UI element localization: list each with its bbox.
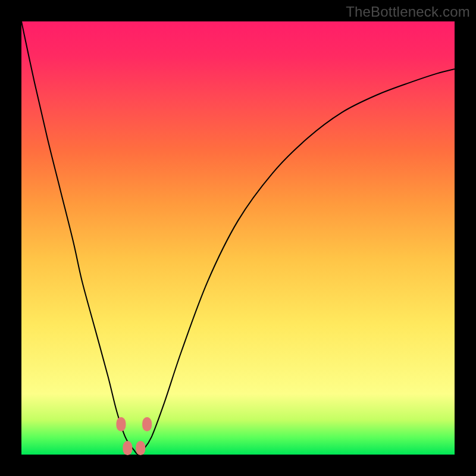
bottleneck-plot [21,21,455,455]
data-marker [123,441,132,455]
watermark-text: TheBottleneck.com [346,4,470,20]
data-marker [142,417,152,431]
data-marker [136,441,145,455]
data-marker [116,417,126,431]
bottleneck-curve [21,21,455,455]
chart-area [21,21,455,455]
